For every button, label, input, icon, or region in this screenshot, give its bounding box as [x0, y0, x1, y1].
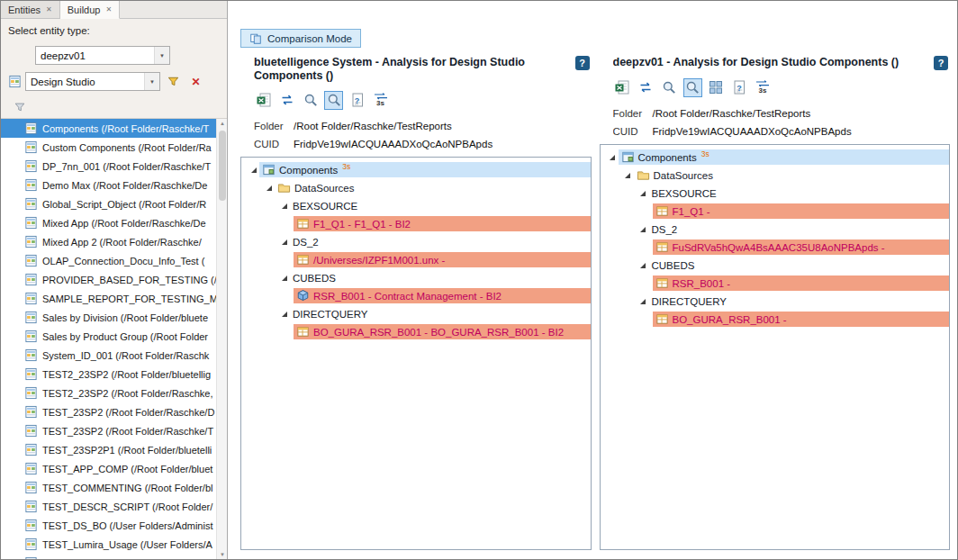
list-item[interactable]: Custom Components (/Root Folder/Ra: [1, 138, 227, 157]
expander-icon[interactable]: [637, 226, 649, 233]
list-item[interactable]: TEST_ON_SMALL_INITIAL_VIEW (/Ro: [1, 554, 227, 559]
datasource-icon: [655, 276, 669, 290]
tree-row[interactable]: BO_GURA_RSR_B001 -: [601, 311, 950, 329]
list-item[interactable]: Sales by Product Group (/Root Folder: [1, 327, 227, 346]
help-icon[interactable]: ?: [934, 56, 948, 70]
list-item[interactable]: TEST2_23SP2 (/Root Folder/bluetellig: [1, 365, 227, 384]
design-studio-app-icon: [24, 481, 38, 494]
expander-icon[interactable]: [637, 262, 649, 269]
tree-row[interactable]: F1_Q1 - F1_Q1 - BI2: [241, 215, 591, 233]
scrollbar-thumb[interactable]: [219, 131, 226, 201]
expander-icon[interactable]: [278, 239, 290, 246]
expander-icon[interactable]: [248, 167, 259, 174]
tree-row[interactable]: Components 3s: [241, 161, 591, 179]
list-item[interactable]: TEST_Lumira_Usage (/User Folders/A: [1, 535, 227, 554]
expander-icon[interactable]: [278, 311, 290, 318]
tree-row[interactable]: DS_2: [241, 233, 591, 251]
list-item[interactable]: TEST_23SP2 (/Root Folder/Raschke/D: [1, 402, 227, 421]
tree-row[interactable]: /Universes/IZPF1M001.unx -: [241, 251, 591, 269]
list-item[interactable]: TEST_23SP2P1 (/Root Folder/bluetelli: [1, 440, 227, 459]
list-item[interactable]: Mixed App 2 (/Root Folder/Raschke/: [1, 232, 227, 251]
list-item[interactable]: Mixed App (/Root Folder/Raschke/De: [1, 213, 227, 232]
zoom-icon[interactable]: [301, 91, 320, 110]
chevron-down-icon[interactable]: ▼: [154, 47, 169, 64]
tree-row[interactable]: Components 3s: [601, 149, 950, 167]
list-item[interactable]: TEST_23SP2 (/Root Folder/Raschke/T: [1, 421, 227, 440]
list-item[interactable]: TEST2_23SP2 (/Root Folder/Raschke,: [1, 384, 227, 402]
expander-icon[interactable]: [637, 298, 649, 305]
scroll-down-icon[interactable]: ▼: [217, 552, 227, 557]
help-icon[interactable]: ?: [575, 56, 590, 70]
help-doc-icon[interactable]: ?: [348, 91, 366, 110]
list-item[interactable]: TEST_APP_COMP (/Root Folder/bluet: [1, 459, 227, 478]
system-dropdown-value: deepzv01: [41, 50, 86, 61]
excel-export-icon[interactable]: [254, 91, 273, 110]
tree-row[interactable]: DIRECTQUERY: [241, 305, 591, 323]
expander-icon[interactable]: [278, 203, 290, 210]
grid-icon[interactable]: [707, 78, 726, 97]
zoom-selected-icon[interactable]: [324, 91, 343, 110]
expander-icon[interactable]: [278, 275, 290, 282]
three-s-icon[interactable]: 3s: [371, 91, 390, 110]
list-item[interactable]: Demo Max (/Root Folder/Raschke/De: [1, 176, 227, 194]
tree-row[interactable]: RSR_B001 - Contract Management - BI2: [241, 287, 591, 305]
scroll-up-icon[interactable]: ▲: [217, 121, 227, 126]
scrollbar[interactable]: ▲ ▼: [216, 119, 227, 559]
list-item[interactable]: Global_Script_Object (/Root Folder/R: [1, 194, 227, 213]
excel-export-icon[interactable]: [613, 78, 632, 97]
tree-row[interactable]: BEXSOURCE: [241, 197, 591, 215]
list-item[interactable]: OLAP_Connection_Docu_Info_Test (: [1, 251, 227, 270]
expander-icon[interactable]: [607, 154, 619, 161]
list-item[interactable]: TEST_DESCR_SCRIPT (/Root Folder/: [1, 497, 227, 516]
list-item[interactable]: Components (/Root Folder/Raschke/T: [1, 119, 227, 138]
app-window: Entities ✕ Buildup ✕ Select entity type:…: [0, 0, 958, 560]
sync-icon[interactable]: [637, 78, 655, 97]
tree-row[interactable]: BO_GURA_RSR_B001 - BO_GURA_RSR_B001 - BI…: [241, 323, 591, 341]
zoom-icon[interactable]: [660, 78, 679, 97]
filter-button[interactable]: [164, 72, 183, 91]
tree-row[interactable]: F1_Q1 -: [601, 203, 950, 221]
close-icon[interactable]: ✕: [46, 6, 52, 14]
list-item[interactable]: TEST_DS_BO (/User Folders/Administ: [1, 516, 227, 535]
tree-row[interactable]: DataSources: [601, 167, 950, 185]
tree-row[interactable]: DS_2: [601, 221, 950, 239]
list-item[interactable]: DP_7nn_001 (/Root Folder/Raschke/T: [1, 157, 227, 176]
system-dropdown[interactable]: deepzv01 ▼: [35, 46, 170, 65]
design-studio-app-icon: [24, 273, 38, 286]
clear-filter-button[interactable]: ✕: [186, 72, 205, 91]
tree-row[interactable]: DIRECTQUERY: [601, 293, 950, 311]
comparison-mode-button[interactable]: Comparison Mode: [240, 29, 361, 48]
tab-buildup[interactable]: Buildup ✕: [60, 1, 120, 19]
tree-row[interactable]: CUBEDS: [601, 257, 950, 275]
list-item[interactable]: SAMPLE_REPORT_FOR_TESTING_M (: [1, 289, 227, 308]
tree-label: RSR_B001 - Contract Management - BI2: [313, 291, 502, 302]
close-icon[interactable]: ✕: [105, 6, 112, 14]
tree-row[interactable]: CUBEDS: [241, 269, 591, 287]
expander-icon[interactable]: [637, 190, 649, 197]
list-item[interactable]: Sales by Division (/Root Folder/bluete: [1, 308, 227, 327]
design-studio-app-icon: [24, 556, 38, 559]
expander-icon[interactable]: [263, 185, 275, 192]
tree-row[interactable]: BEXSOURCE: [601, 185, 950, 203]
tree-row[interactable]: RSR_B001 -: [601, 275, 950, 293]
tree-label: DS_2: [652, 224, 678, 235]
list-filter-icon[interactable]: [10, 98, 29, 117]
sync-icon[interactable]: [277, 91, 296, 110]
entity-list: Components (/Root Folder/Raschke/T Custo…: [1, 118, 227, 559]
tree-label: DIRECTQUERY: [293, 309, 368, 320]
expander-icon[interactable]: [622, 172, 634, 179]
chevron-down-icon[interactable]: ▼: [144, 73, 159, 90]
tab-entities[interactable]: Entities ✕: [1, 1, 60, 18]
list-item[interactable]: PROVIDER_BASED_FOR_TESTING (/F: [1, 270, 227, 289]
three-s-icon[interactable]: 3s: [754, 78, 773, 97]
tree-label: F1_Q1 -: [673, 206, 710, 217]
list-item[interactable]: System_ID_001 (/Root Folder/Raschk: [1, 346, 227, 365]
list-item[interactable]: TEST_COMMENTING (/Root Folder/bl: [1, 478, 227, 497]
tree-row[interactable]: FuSdRVa5hQwA4BsAAAC35U8AoNPBApds -: [601, 239, 950, 257]
help-doc-icon[interactable]: ?: [730, 78, 749, 97]
tree-row[interactable]: DataSources: [241, 179, 591, 197]
design-studio-app-icon: [24, 235, 38, 248]
entity-type-dropdown[interactable]: Design Studio ▼: [25, 72, 160, 91]
folder-icon: [637, 168, 650, 182]
zoom-selected-icon[interactable]: [683, 78, 702, 97]
